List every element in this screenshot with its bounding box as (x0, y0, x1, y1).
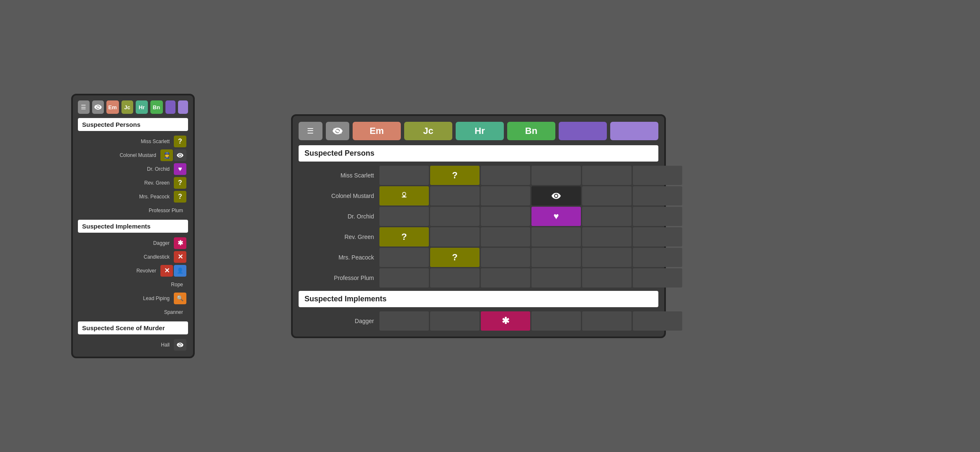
large-cell-peacock-em[interactable] (379, 248, 429, 267)
large-cell-orchid-bn[interactable]: ♥ (531, 207, 581, 226)
small-panel: ☰ Em Jc Hr Bn Suspected Persons Miss Sca… (71, 94, 195, 358)
small-row-miss-scarlett: Miss Scarlett ? (78, 134, 188, 148)
large-cell-dagger-hr[interactable]: ✱ (481, 311, 530, 331)
small-label-spanner: Spanner (80, 309, 186, 315)
large-cell-scarlett-hr[interactable] (481, 166, 530, 185)
large-cell-peacock-hr[interactable] (481, 248, 530, 267)
large-cell-peacock-jc[interactable]: ? (430, 248, 480, 267)
small-cell-mustard-2[interactable] (174, 149, 186, 161)
large-cell-peacock-5[interactable] (582, 248, 632, 267)
small-player-tag-hr[interactable]: Hr (136, 100, 147, 114)
small-row-revolver: Revolver ✕ 👤 (78, 264, 188, 277)
large-cell-dagger-em[interactable] (379, 311, 429, 331)
persons-grid: Miss Scarlett ? Colonel Mustard Dr. Orch… (299, 166, 658, 288)
large-cell-plum-6[interactable] (633, 268, 682, 288)
large-cell-mustard-5[interactable] (582, 186, 632, 205)
small-cell-dagger-1[interactable]: ✱ (174, 237, 186, 249)
large-cell-peacock-bn[interactable] (531, 248, 581, 267)
large-cell-orchid-em[interactable] (379, 207, 429, 226)
small-player-tag-5[interactable] (165, 100, 175, 114)
small-cell-mustard-1[interactable]: 👮 (160, 149, 173, 161)
large-cell-green-5[interactable] (582, 227, 632, 247)
large-cell-scarlett-bn[interactable] (531, 166, 581, 185)
small-row-dagger: Dagger ✱ (78, 236, 188, 250)
large-cell-mustard-bn[interactable] (531, 186, 581, 205)
small-cell-peacock-1[interactable]: ? (174, 191, 186, 203)
large-cell-dagger-jc[interactable] (430, 311, 480, 331)
small-row-rope: Rope (78, 277, 188, 291)
small-row-candlestick: Candlestick ✕ (78, 250, 188, 264)
large-menu-button[interactable]: ☰ (299, 122, 322, 140)
large-label-dagger: Dagger (299, 311, 378, 331)
small-scene-header: Suspected Scene of Murder (78, 321, 188, 334)
small-row-mrs-peacock: Mrs. Peacock ? (78, 190, 188, 203)
large-cell-orchid-hr[interactable] (481, 207, 530, 226)
small-cell-scarlett-1[interactable]: ? (174, 136, 186, 147)
small-eye-button[interactable] (92, 100, 104, 114)
small-label-revolver: Revolver (80, 268, 160, 274)
small-cell-hall-1[interactable] (174, 339, 186, 351)
large-player-tag-5[interactable] (559, 122, 607, 140)
large-cell-scarlett-jc[interactable]: ? (430, 166, 480, 185)
large-cell-dagger-5[interactable] (582, 311, 632, 331)
large-cell-plum-jc[interactable] (430, 268, 480, 288)
small-cell-orchid-1[interactable]: ♥ (174, 163, 186, 175)
small-row-spanner: Spanner (78, 305, 188, 319)
implements-grid: Dagger ✱ (299, 311, 658, 331)
large-cell-plum-em[interactable] (379, 268, 429, 288)
large-cell-orchid-6[interactable] (633, 207, 682, 226)
small-cell-green-1[interactable]: ? (174, 177, 186, 189)
large-cell-plum-bn[interactable] (531, 268, 581, 288)
small-label-hall: Hall (80, 342, 173, 348)
large-player-tag-bn[interactable]: Bn (507, 122, 555, 140)
small-player-tag-jc[interactable]: Jc (121, 100, 133, 114)
small-cell-revolver-1[interactable]: ✕ (160, 265, 173, 277)
large-cell-green-jc[interactable] (430, 227, 480, 247)
small-player-tag-6[interactable] (178, 100, 188, 114)
small-row-lead-piping: Lead Piping 🔍 (78, 291, 188, 305)
large-label-scarlett: Miss Scarlett (299, 166, 378, 185)
large-player-tag-em[interactable]: Em (353, 122, 401, 140)
large-cell-dagger-bn[interactable] (531, 311, 581, 331)
small-row-rev-green: Rev. Green ? (78, 176, 188, 190)
small-cell-candlestick-1[interactable]: ✕ (174, 251, 186, 263)
large-cell-green-hr[interactable] (481, 227, 530, 247)
large-cell-mustard-6[interactable] (633, 186, 682, 205)
small-persons-header: Suspected Persons (78, 118, 188, 131)
large-cell-scarlett-6[interactable] (633, 166, 682, 185)
small-row-colonel-mustard: Colonel Mustard 👮 (78, 148, 188, 162)
small-player-tag-em[interactable]: Em (106, 100, 119, 114)
large-cell-dagger-6[interactable] (633, 311, 682, 331)
small-toolbar: ☰ Em Jc Hr Bn (78, 100, 188, 114)
large-player-tag-jc[interactable]: Jc (404, 122, 452, 140)
large-eye-button[interactable] (326, 122, 350, 140)
large-cell-plum-hr[interactable] (481, 268, 530, 288)
large-cell-plum-5[interactable] (582, 268, 632, 288)
large-cell-green-bn[interactable] (531, 227, 581, 247)
small-row-hall: Hall (78, 338, 188, 352)
large-player-tag-6[interactable] (610, 122, 658, 140)
large-player-tag-hr[interactable]: Hr (456, 122, 504, 140)
large-cell-scarlett-em[interactable] (379, 166, 429, 185)
large-cell-mustard-em[interactable] (379, 186, 429, 205)
large-cell-peacock-6[interactable] (633, 248, 682, 267)
large-cell-scarlett-5[interactable] (582, 166, 632, 185)
small-label-dr-orchid: Dr. Orchid (80, 166, 173, 172)
large-cell-orchid-jc[interactable] (430, 207, 480, 226)
large-cell-green-em[interactable]: ? (379, 227, 429, 247)
small-cell-lead-piping-1[interactable]: 🔍 (174, 293, 186, 304)
small-menu-button[interactable]: ☰ (78, 100, 90, 114)
small-label-miss-scarlett: Miss Scarlett (80, 139, 173, 144)
large-label-peacock: Mrs. Peacock (299, 248, 378, 267)
small-label-candlestick: Candlestick (80, 254, 173, 260)
large-panel: ☰ Em Jc Hr Bn Suspected Persons Miss Sca… (291, 114, 666, 338)
large-cell-orchid-5[interactable] (582, 207, 632, 226)
large-label-plum: Professor Plum (299, 268, 378, 288)
small-player-tag-bn[interactable]: Bn (150, 100, 163, 114)
small-label-dagger: Dagger (80, 240, 173, 246)
large-cell-mustard-jc[interactable] (430, 186, 480, 205)
small-cell-revolver-2[interactable]: 👤 (174, 265, 186, 277)
large-label-orchid: Dr. Orchid (299, 207, 378, 226)
large-cell-green-6[interactable] (633, 227, 682, 247)
large-cell-mustard-hr[interactable] (481, 186, 530, 205)
